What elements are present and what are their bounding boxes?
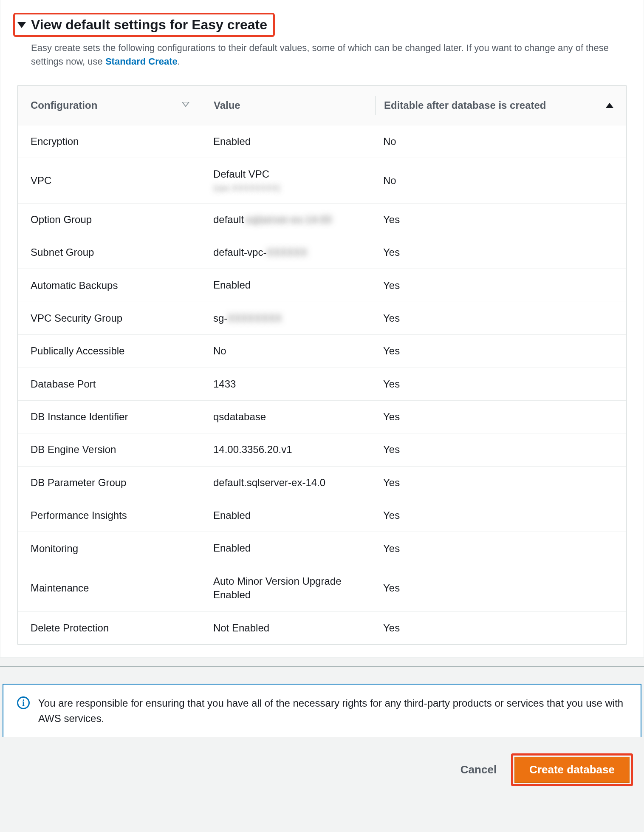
cell-value: Default VPC(vpc-XXXXXXXX) [205, 167, 375, 193]
cell-editable: Yes [375, 214, 613, 226]
cell-editable: Yes [375, 312, 613, 324]
cell-value: Enabled [205, 278, 375, 292]
cell-editable: Yes [375, 246, 613, 258]
table-row: EncryptionEnabledNo [18, 125, 626, 158]
cell-value: Enabled [205, 135, 375, 148]
standard-create-link[interactable]: Standard Create [105, 56, 178, 67]
cell-config: Database Port [31, 378, 205, 390]
info-text: You are responsible for ensuring that yo… [38, 696, 627, 726]
cell-value: Not Enabled [205, 621, 375, 635]
cell-value: No [205, 344, 375, 358]
info-banner: i You are responsible for ensuring that … [3, 684, 641, 737]
col-configuration[interactable]: Configuration [31, 99, 97, 111]
cell-editable: Yes [375, 411, 613, 423]
table-row: MonitoringEnabledYes [18, 532, 626, 565]
cell-config: Performance Insights [31, 509, 205, 521]
subtitle-after: . [178, 56, 180, 67]
cell-value: qsdatabase [205, 410, 375, 424]
settings-table: Configuration Value Editable after datab… [17, 85, 627, 645]
cell-config: Maintenance [31, 582, 205, 594]
section-divider [0, 666, 644, 667]
table-row: VPC Security Groupsg-XXXXXXXXYes [18, 302, 626, 335]
table-row: VPCDefault VPC(vpc-XXXXXXXX)No [18, 158, 626, 203]
table-body: EncryptionEnabledNoVPCDefault VPC(vpc-XX… [18, 125, 626, 644]
table-row: Database Port1433Yes [18, 368, 626, 401]
table-row: Performance InsightsEnabledYes [18, 499, 626, 532]
cell-value: Enabled [205, 541, 375, 555]
cell-editable: Yes [375, 444, 613, 456]
table-row: DB Instance IdentifierqsdatabaseYes [18, 401, 626, 433]
cell-config: DB Parameter Group [31, 477, 205, 489]
cell-config: Subnet Group [31, 246, 205, 258]
cell-config: DB Engine Version [31, 444, 205, 456]
cell-editable: Yes [375, 345, 613, 357]
cell-value: Auto Minor Version Upgrade Enabled [205, 574, 375, 602]
cell-config: Publically Accessible [31, 345, 205, 357]
table-row: DB Parameter Groupdefault.sqlserver-ex-1… [18, 467, 626, 499]
panel-title: View default settings for Easy create [31, 17, 267, 33]
cell-value: sg-XXXXXXXX [205, 311, 375, 325]
sort-asc-icon[interactable] [606, 103, 613, 108]
cell-editable: No [375, 136, 613, 147]
table-row: Automatic BackupsEnabledYes [18, 269, 626, 302]
table-row: Subnet Groupdefault-vpc-XXXXXXYes [18, 236, 626, 269]
cell-editable: Yes [375, 622, 613, 634]
cell-config: Encryption [31, 136, 205, 147]
table-row: DB Engine Version14.00.3356.20.v1Yes [18, 433, 626, 466]
cell-editable: No [375, 175, 613, 187]
cell-editable: Yes [375, 582, 613, 594]
expander-toggle[interactable]: View default settings for Easy create [13, 13, 275, 37]
table-row: Publically AccessibleNoYes [18, 335, 626, 368]
table-row: Delete ProtectionNot EnabledYes [18, 612, 626, 644]
cell-value: 1433 [205, 377, 375, 391]
cancel-button[interactable]: Cancel [460, 763, 497, 776]
cell-value: default.sqlserver-ex-14.0 [205, 476, 375, 490]
cell-config: DB Instance Identifier [31, 411, 205, 423]
cell-config: Delete Protection [31, 622, 205, 634]
cell-editable: Yes [375, 509, 613, 521]
cell-editable: Yes [375, 543, 613, 555]
cell-value: default-vpc-XXXXXX [205, 246, 375, 259]
settings-panel: View default settings for Easy create Ea… [0, 0, 644, 658]
col-value[interactable]: Value [214, 99, 240, 111]
table-row: Option Groupdefault:sqlserver-ex-14-00Ye… [18, 204, 626, 236]
cell-value: Enabled [205, 509, 375, 522]
cell-config: Automatic Backups [31, 280, 205, 291]
info-icon: i [17, 696, 30, 709]
sort-outline-down-icon[interactable] [182, 103, 189, 108]
cell-editable: Yes [375, 477, 613, 489]
caret-down-icon [17, 22, 26, 28]
create-button-highlight: Create database [511, 753, 633, 786]
cell-editable: Yes [375, 378, 613, 390]
col-editable[interactable]: Editable after database is created [384, 99, 546, 111]
panel-subtitle: Easy create sets the following configura… [31, 41, 626, 68]
cell-value: default:sqlserver-ex-14-00 [205, 213, 375, 226]
cell-value: 14.00.3356.20.v1 [205, 443, 375, 456]
cell-config: VPC [31, 175, 205, 187]
cell-config: Monitoring [31, 543, 205, 555]
table-header: Configuration Value Editable after datab… [18, 86, 626, 125]
cell-config: Option Group [31, 214, 205, 226]
cell-editable: Yes [375, 280, 613, 291]
table-row: MaintenanceAuto Minor Version Upgrade En… [18, 565, 626, 612]
action-bar: Cancel Create database [0, 737, 644, 804]
create-database-button[interactable]: Create database [514, 757, 630, 783]
cell-config: VPC Security Group [31, 312, 205, 324]
